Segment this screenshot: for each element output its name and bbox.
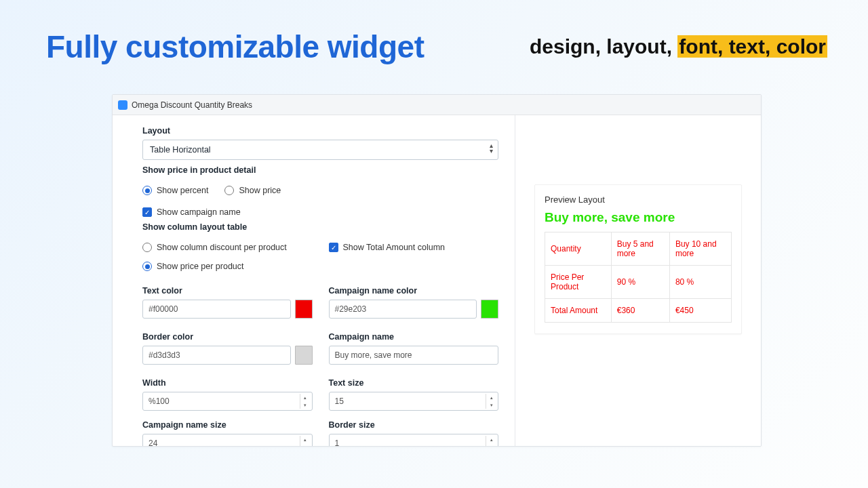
border-color-input[interactable]: #d3d3d3 [142, 346, 291, 365]
campaign-color-swatch[interactable] [481, 300, 498, 319]
campaign-size-value: 24 [149, 439, 157, 447]
text-color-label: Text color [142, 286, 313, 296]
preview-card: Preview Layout Buy more, save more Quant… [534, 184, 742, 334]
preview-layout-label: Preview Layout [545, 195, 732, 205]
preview-campaign-name: Buy more, save more [545, 210, 732, 225]
width-label: Width [142, 378, 313, 388]
preview-table-cell: Buy 10 and more [669, 232, 731, 266]
text-color-swatch[interactable] [295, 300, 313, 319]
campaign-size-spinner[interactable]: ▴▾ [300, 436, 311, 447]
border-size-input[interactable]: 1 ▴▾ [329, 434, 499, 447]
checkbox-show-campaign[interactable]: ✓ [142, 207, 152, 217]
width-spinner[interactable]: ▴▾ [300, 394, 311, 409]
select-caret-icon: ▴▾ [490, 143, 493, 154]
hero-sub-prefix: design, layout, [530, 35, 677, 58]
border-color-label: Border color [142, 332, 313, 342]
radio-show-price-label: Show price [239, 186, 281, 195]
show-column-layout-label: Show column layout table [142, 222, 498, 232]
campaign-color-input[interactable]: #29e203 [329, 300, 477, 319]
hero-sub-highlight: font, text, color [677, 35, 827, 58]
radio-show-percent-label: Show percent [157, 186, 208, 195]
layout-label: Layout [142, 126, 498, 136]
text-size-value: 15 [335, 396, 344, 406]
preview-table-cell: Buy 5 and more [611, 232, 669, 266]
border-size-spinner[interactable]: ▴▾ [486, 436, 496, 447]
hero-header: Fully customizable widget design, layout… [0, 0, 868, 72]
radio-price-per-product[interactable] [142, 262, 152, 271]
settings-panel: Layout Table Horizontal ▴▾ Show price in… [113, 115, 515, 446]
width-value: 100 [156, 396, 170, 406]
app-logo-icon [118, 100, 127, 110]
layout-select[interactable]: Table Horizontal [142, 140, 498, 160]
radio-show-percent[interactable] [142, 186, 152, 195]
preview-table-cell: Price Per Product [545, 266, 612, 299]
app-title: Omega Discount Quantity Breaks [132, 100, 252, 110]
text-color-input[interactable]: #f00000 [142, 300, 291, 319]
hero-title: Fully customizable widget [46, 28, 424, 65]
campaign-size-label: Campaign name size [142, 420, 313, 430]
border-color-swatch[interactable] [295, 346, 313, 365]
preview-table: QuantityBuy 5 and moreBuy 10 and morePri… [545, 232, 732, 323]
checkbox-total-amount-label: Show Total Amount column [343, 243, 446, 252]
checkbox-total-amount[interactable]: ✓ [329, 243, 338, 252]
preview-table-cell: €360 [611, 299, 669, 323]
checkbox-show-campaign-label: Show campaign name [157, 207, 241, 217]
text-size-input[interactable]: 15 ▴▾ [329, 392, 499, 411]
preview-table-cell: 80 % [669, 266, 731, 299]
width-prefix: % [149, 396, 156, 406]
campaign-name-input[interactable]: Buy more, save more [329, 346, 499, 365]
app-window: Omega Discount Quantity Breaks Layout Ta… [112, 94, 762, 447]
radio-show-price[interactable] [224, 186, 234, 195]
radio-discount-per-product-label: Show column discount per product [157, 243, 287, 252]
hero-subtitle: design, layout, font, text, color [530, 35, 827, 58]
preview-table-cell: 90 % [611, 266, 669, 299]
text-size-spinner[interactable]: ▴▾ [486, 394, 496, 409]
preview-table-cell: €450 [669, 299, 731, 323]
campaign-size-input[interactable]: 24 ▴▾ [142, 434, 313, 447]
radio-price-per-product-label: Show price per product [157, 262, 244, 271]
app-titlebar: Omega Discount Quantity Breaks [113, 95, 761, 115]
preview-table-cell: Total Amount [545, 299, 612, 323]
show-price-detail-label: Show price in product detail [142, 165, 498, 175]
border-size-value: 1 [335, 439, 340, 447]
campaign-color-label: Campaign name color [329, 286, 499, 296]
radio-discount-per-product[interactable] [142, 243, 152, 252]
campaign-name-label: Campaign name [329, 332, 499, 342]
text-size-label: Text size [329, 378, 499, 388]
preview-panel: Preview Layout Buy more, save more Quant… [515, 115, 761, 446]
border-size-label: Border size [329, 420, 499, 430]
preview-table-cell: Quantity [545, 232, 612, 266]
width-input[interactable]: % 100 ▴▾ [142, 392, 313, 411]
